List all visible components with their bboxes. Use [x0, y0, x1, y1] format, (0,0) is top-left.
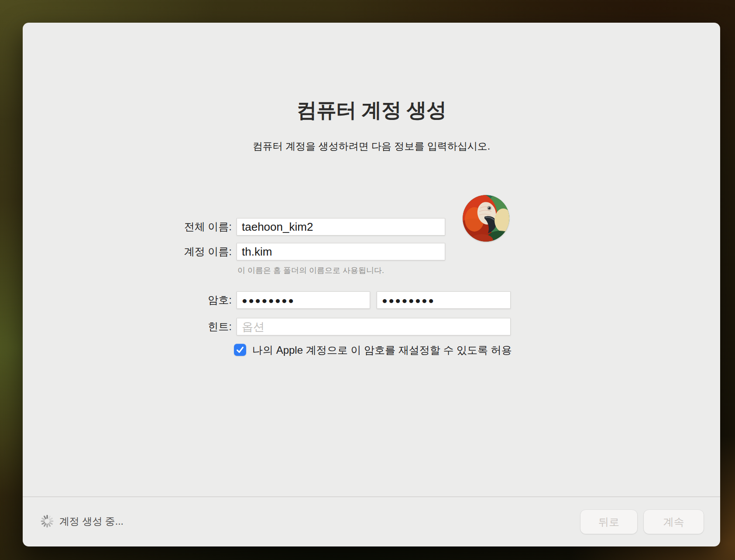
full-name-input[interactable]: [237, 218, 445, 236]
password-verify-input[interactable]: [377, 291, 511, 309]
progress-spinner-icon: [40, 514, 54, 528]
full-name-label: 전체 이름:: [23, 218, 232, 236]
account-name-label: 계정 이름:: [23, 243, 232, 260]
account-name-helper: 이 이름은 홈 폴더의 이름으로 사용됩니다.: [237, 265, 384, 276]
password-input[interactable]: [237, 291, 370, 309]
password-label: 암호:: [23, 291, 232, 309]
reset-password-label: 나의 Apple 계정으로 이 암호를 재설정할 수 있도록 허용: [252, 344, 512, 356]
reset-password-checkbox[interactable]: [234, 344, 246, 356]
checkmark-icon: [235, 345, 245, 355]
hint-label: 힌트:: [23, 318, 232, 335]
parrot-avatar-image: [463, 195, 509, 242]
setup-window: 컴퓨터 계정 생성 컴퓨터 계정을 생성하려면 다음 정보를 입력하십시오. 전…: [23, 23, 720, 546]
page-subtitle: 컴퓨터 계정을 생성하려면 다음 정보를 입력하십시오.: [23, 140, 720, 153]
back-button[interactable]: 뒤로: [580, 510, 637, 534]
footer-divider: [23, 496, 720, 497]
account-name-input[interactable]: [237, 243, 445, 260]
user-avatar[interactable]: [463, 195, 509, 242]
page-title: 컴퓨터 계정 생성: [23, 97, 720, 124]
continue-button[interactable]: 계속: [644, 510, 704, 534]
hint-input[interactable]: [237, 318, 511, 335]
status-text: 계정 생성 중...: [59, 514, 124, 528]
